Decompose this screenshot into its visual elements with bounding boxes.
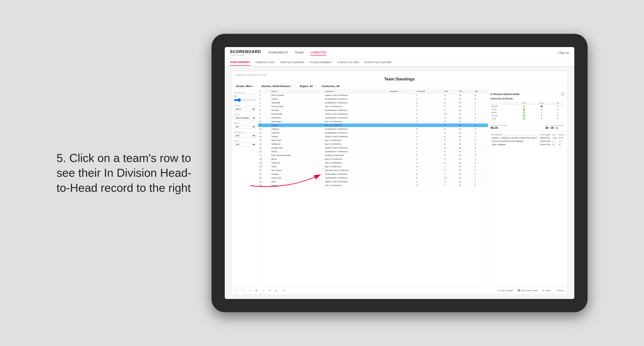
cell-rank: 23 bbox=[258, 176, 270, 180]
cell-reg-rank: - bbox=[389, 169, 415, 172]
h2h-close-button[interactable]: ✕ bbox=[561, 92, 565, 96]
h2h-loss-26-50: 2 bbox=[532, 111, 551, 114]
watch-button[interactable]: 👁 Watch bbox=[541, 289, 552, 292]
cell-rank: 20 bbox=[258, 165, 270, 169]
h2h-opponents-label: Opponents in division: bbox=[491, 124, 508, 126]
cell-school: Oklahoma bbox=[270, 142, 324, 146]
region-group: Region N/A bbox=[234, 122, 256, 129]
cell-reg-rank: - bbox=[389, 112, 415, 116]
table-row[interactable]: 24 Duke Atlantic Coast Conference - 5 9 … bbox=[258, 180, 488, 183]
refresh-button[interactable]: ⟳ bbox=[268, 289, 272, 292]
region-select[interactable]: N/A bbox=[234, 125, 256, 129]
nav-committee[interactable]: COMMITTEE bbox=[310, 50, 326, 55]
tourney-row-1[interactable]: Jackson T. Stephens Cup Men's Match-Play… bbox=[491, 136, 565, 140]
sub-nav-player-summary[interactable]: PLAYER SUMMARY bbox=[310, 59, 332, 65]
cell-win: 6 bbox=[474, 97, 488, 101]
h2h-panel: In Division Head-to-Head ✕ University of… bbox=[488, 89, 568, 286]
table-row[interactable]: 2 Auburn Southeastern Conference - 1 9 2… bbox=[258, 97, 488, 101]
view-original-button[interactable]: 👁 View: Original bbox=[497, 289, 514, 292]
add-button[interactable]: ⊕ bbox=[274, 289, 278, 292]
table-row[interactable]: 11 Arkansas Southeastern Conference - 6 … bbox=[258, 131, 488, 135]
division-select[interactable]: NCAA Division I bbox=[234, 116, 256, 120]
conference-select[interactable]: (All) bbox=[234, 134, 256, 138]
min-rounds-input[interactable] bbox=[234, 94, 256, 98]
table-row[interactable]: 20 Texas Big 12 Conference - 3 7 20 0 bbox=[258, 165, 488, 169]
redo-button[interactable]: ↪ bbox=[248, 289, 252, 292]
table-row[interactable]: 1 North Carolina Atlantic Coast Conferen… bbox=[258, 93, 488, 97]
table-row[interactable]: 14 Oklahoma Big 12 Conference - 2 8 24 2 bbox=[258, 142, 488, 146]
save-custom-button[interactable]: 💾 Save Custom View bbox=[516, 289, 539, 292]
h2h-row-100plus[interactable]: >100 27 0 0 bbox=[491, 117, 565, 120]
table-row[interactable]: 12 Virginia Atlantic Coast Conference - … bbox=[258, 135, 488, 139]
h2h-row-top10[interactable]: Top 10 3 13 0 bbox=[491, 105, 565, 108]
tourney-col-pos: Pos bbox=[552, 133, 558, 136]
table-row[interactable]: 16 Florida Southeastern Conference - 7 9… bbox=[258, 150, 488, 154]
cell-rank: 6 bbox=[258, 112, 270, 116]
nav-tournaments[interactable]: TOURNAMENTS bbox=[268, 50, 288, 55]
school-select[interactable]: (All) bbox=[234, 143, 256, 147]
sub-nav-team-summary[interactable]: TEAM SUMMARY bbox=[230, 59, 250, 66]
cell-tour: 24 bbox=[458, 142, 474, 146]
table-row[interactable]: 19 California Pac-12 Conference - 4 8 24… bbox=[258, 161, 488, 165]
table-row[interactable]: 6 Florida State Atlantic Coast Conferenc… bbox=[258, 112, 488, 116]
sub-nav-player-h2h-grid[interactable]: PLAYER H2H GRID bbox=[338, 59, 359, 65]
col-reg-rank: Reg Rank bbox=[389, 89, 415, 93]
gender-label: Gender bbox=[234, 105, 256, 107]
cell-rds: 7 bbox=[443, 183, 458, 187]
h2h-row-11-25[interactable]: 11-25 11 8 0 bbox=[491, 108, 565, 111]
grid-button[interactable]: ⊞ bbox=[254, 289, 258, 292]
table-row[interactable]: 17 East Tennessee State Southern Confere… bbox=[258, 154, 488, 157]
rounds-slider[interactable] bbox=[234, 98, 256, 102]
undo-button[interactable]: ↩ bbox=[234, 289, 239, 292]
cell-school: Washington bbox=[270, 120, 324, 124]
table-row[interactable]: 5 Ole Miss Southeastern Conference - 3 6… bbox=[258, 109, 488, 112]
cell-conference: Southeastern Conference bbox=[324, 176, 389, 180]
cell-rank: 5 bbox=[258, 109, 270, 112]
cell-school: Texas Tech bbox=[270, 139, 324, 142]
cell-reg-rank: - bbox=[389, 165, 415, 169]
h2h-loss-51-100: 3 bbox=[532, 114, 551, 117]
cell-tour: 21 bbox=[458, 172, 474, 176]
h2h-row-51-100[interactable]: 51-100 20 3 0 bbox=[491, 114, 565, 117]
cell-rank: 1 bbox=[258, 93, 270, 97]
cell-tour: 18 bbox=[458, 109, 474, 112]
panel-title: Team Standings bbox=[236, 77, 563, 82]
undo2-button[interactable]: ↩ bbox=[241, 289, 245, 292]
table-row[interactable]: 22 Georgia Southeastern Conference - 8 7… bbox=[258, 172, 488, 176]
cell-rank: 15 bbox=[258, 146, 270, 150]
cell-conference: Southeastern Conference bbox=[324, 97, 389, 101]
share-button[interactable]: ↗ Share bbox=[554, 289, 564, 292]
sub-nav-player-h2h-heatmap[interactable]: PLAYER H2H HEATMAP bbox=[364, 59, 392, 65]
table-row[interactable]: 15 Georgia Tech Atlantic Coast Conferenc… bbox=[258, 146, 488, 150]
table-row[interactable]: 25 Oregon Pac-12 Conference - 5 7 21 0 bbox=[258, 183, 488, 187]
table-row[interactable]: 13 Texas Tech Big 12 Conference - 1 9 27… bbox=[258, 139, 488, 142]
cell-school: Tennessee bbox=[270, 116, 324, 120]
cell-reg-rank: - bbox=[389, 97, 415, 101]
h2h-col-tie: Tie bbox=[551, 102, 564, 105]
gender-select[interactable]: Men's bbox=[234, 107, 256, 111]
cell-school: Arizona State bbox=[270, 105, 324, 109]
table-row[interactable]: 18 Illinois Big Ten Conference - 1 9 23 … bbox=[258, 157, 488, 161]
table-row[interactable]: 10 Alabama Southeastern Conference - 5 8… bbox=[258, 127, 488, 131]
cut-button[interactable]: ✂ bbox=[261, 289, 265, 292]
table-row[interactable]: 9 Arizona Pac-12 Conference - - 8 23 3 bbox=[258, 124, 488, 127]
tourney-row-3[interactable]: Cabo Collegiate Stroke Play 11 17 bbox=[491, 143, 565, 146]
cell-reg-rank: - bbox=[389, 146, 415, 150]
table-row[interactable]: 8 Washington Pac-12 Conference - 2 8 23 … bbox=[258, 120, 488, 124]
sub-nav-team-h2h-heatmap[interactable]: TEAM H2H HEATMAP bbox=[280, 59, 304, 65]
tourney-row-2[interactable]: Arizona Thunderbirds Intercollegiate Str… bbox=[491, 140, 565, 143]
table-row[interactable]: 3 Vanderbilt Southeastern Conference - 2… bbox=[258, 101, 488, 105]
sub-nav-team-h2h-grid[interactable]: TEAM H2H GRID bbox=[255, 59, 274, 65]
time-button[interactable]: 🕐 bbox=[281, 289, 286, 292]
table-row[interactable]: 21 New Mexico Mountain West Conference -… bbox=[258, 169, 488, 172]
tourney-score-3: 17 bbox=[558, 143, 564, 146]
cell-conference: Pac-12 Conference bbox=[324, 120, 389, 124]
table-row[interactable]: 7 Tennessee Southeastern Conference - 4 … bbox=[258, 116, 488, 120]
table-row[interactable]: 4 Arizona State Pac-12 Conference - 3 9 … bbox=[258, 105, 488, 109]
h2h-row-26-50[interactable]: 26-50 25 2 1 bbox=[491, 111, 565, 114]
table-row[interactable]: 23 Texas A&M Southeastern Conference - 9… bbox=[258, 176, 488, 180]
nav-teams[interactable]: TEAMS bbox=[295, 50, 304, 55]
standings-table: # School Conference Reg Rank Conf Rank R… bbox=[258, 89, 488, 187]
h2h-wlt-value: 86 - 26 - 1 bbox=[546, 126, 565, 130]
sign-out-button[interactable]: | Sign out bbox=[558, 51, 569, 54]
